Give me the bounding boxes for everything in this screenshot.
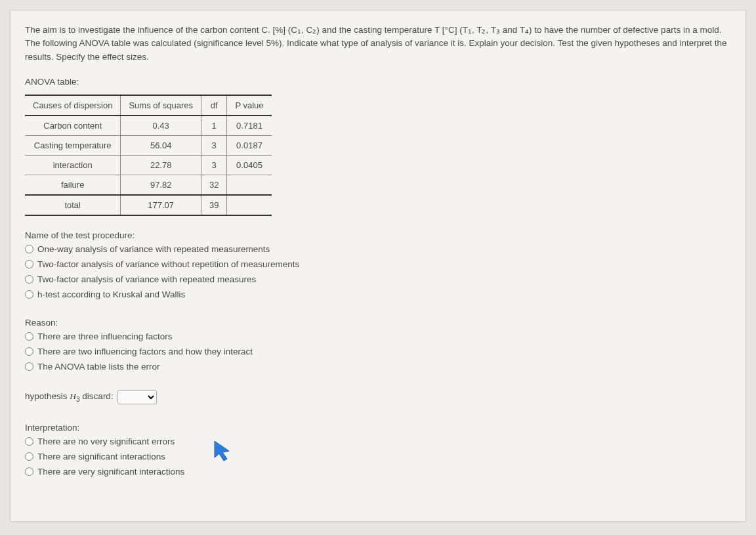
procedure-label: Name of the test procedure:: [25, 230, 731, 240]
radio-input[interactable]: [25, 275, 33, 284]
radio-label: There are no very significant errors: [37, 437, 175, 446]
col-df: df: [201, 95, 226, 116]
question-card: The aim is to investigate the influence …: [10, 10, 746, 522]
table-row-total: total 177.07 39: [25, 195, 272, 215]
col-pvalue: P value: [227, 95, 272, 116]
table-row: Carbon content 0.43 1 0.7181: [25, 116, 272, 136]
col-causes: Causes of dispersion: [25, 95, 121, 116]
hypothesis-discard: hypothesis H3 discard:: [25, 390, 731, 404]
radio-option[interactable]: There are no very significant errors: [25, 437, 731, 446]
radio-label: There are significant interactions: [37, 452, 165, 461]
reason-label: Reason:: [25, 318, 731, 328]
hypothesis-select[interactable]: [117, 390, 157, 404]
radio-label: The ANOVA table lists the error: [37, 362, 160, 372]
radio-input[interactable]: [25, 290, 33, 299]
radio-option[interactable]: Two-factor analysis of variance with rep…: [25, 274, 731, 284]
radio-label: Two-factor analysis of variance without …: [37, 259, 299, 269]
radio-option[interactable]: The ANOVA table lists the error: [25, 362, 731, 372]
table-row: Casting temperature 56.04 3 0.0187: [25, 135, 272, 155]
radio-label: Two-factor analysis of variance with rep…: [37, 274, 256, 284]
interpretation-label: Interpretation:: [25, 423, 731, 433]
radio-option[interactable]: Two-factor analysis of variance without …: [25, 259, 731, 269]
col-ss: Sums of squares: [121, 95, 201, 116]
radio-input[interactable]: [25, 347, 33, 356]
question-interpretation: Interpretation: There are no very signif…: [25, 423, 731, 477]
radio-input[interactable]: [25, 332, 33, 341]
radio-option[interactable]: There are three influencing factors: [25, 332, 731, 341]
radio-option[interactable]: One-way analysis of variance with repeat…: [25, 244, 731, 254]
radio-option[interactable]: There are very significant interactions: [25, 467, 731, 477]
radio-input[interactable]: [25, 467, 33, 476]
radio-label: h-test according to Kruskal and Wallis: [37, 289, 185, 299]
radio-label: There are three influencing factors: [37, 332, 173, 341]
radio-input[interactable]: [25, 245, 33, 253]
hypothesis-text: hypothesis H3 discard:: [25, 391, 114, 403]
table-row: interaction 22.78 3 0.0405: [25, 155, 272, 175]
radio-input[interactable]: [25, 437, 33, 446]
radio-option[interactable]: There are two influencing factors and ho…: [25, 347, 731, 356]
radio-label: There are two influencing factors and ho…: [37, 347, 253, 356]
question-intro: The aim is to investigate the influence …: [25, 24, 731, 64]
anova-table-label: ANOVA table:: [25, 77, 731, 87]
radio-label: One-way analysis of variance with repeat…: [37, 244, 270, 254]
radio-label: There are very significant interactions: [37, 467, 184, 477]
table-row: failure 97.82 32: [25, 175, 272, 195]
anova-table: Causes of dispersion Sums of squares df …: [25, 95, 272, 216]
radio-input[interactable]: [25, 452, 33, 461]
question-procedure: Name of the test procedure: One-way anal…: [25, 230, 731, 299]
radio-option[interactable]: h-test according to Kruskal and Wallis: [25, 289, 731, 299]
question-reason: Reason: There are three influencing fact…: [25, 318, 731, 372]
radio-input[interactable]: [25, 260, 33, 268]
radio-input[interactable]: [25, 362, 33, 371]
radio-option[interactable]: There are significant interactions: [25, 452, 731, 461]
